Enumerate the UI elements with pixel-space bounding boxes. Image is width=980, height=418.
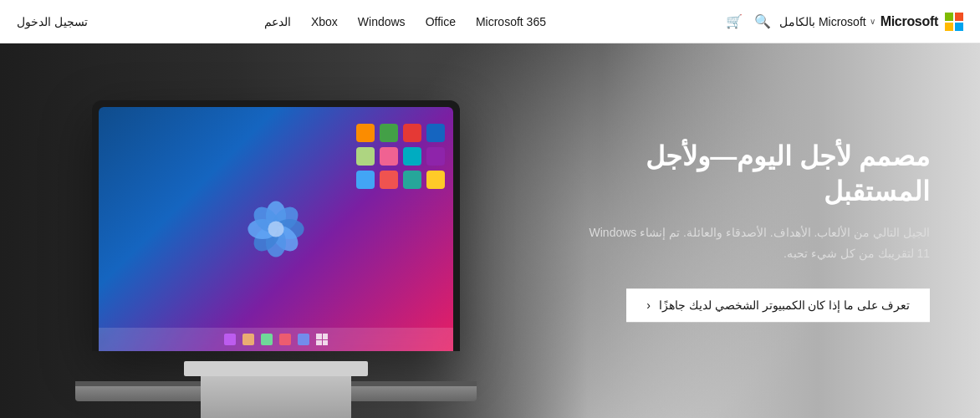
taskbar-icon-5 bbox=[224, 334, 236, 345]
cart-icon: 🛒 bbox=[726, 14, 743, 28]
cta-arrow-icon: ‹ bbox=[646, 298, 651, 312]
app-icon-1 bbox=[426, 124, 445, 142]
logo-grid-icon bbox=[945, 13, 963, 31]
login-link[interactable]: تسجيل الدخول bbox=[17, 15, 88, 28]
nav-item-office[interactable]: Office bbox=[426, 15, 456, 28]
microsoft-all-label: Microsoft بالكامل bbox=[779, 15, 866, 28]
microsoft-logo[interactable]: Microsoft bbox=[880, 13, 963, 31]
windows11-logo-icon bbox=[242, 196, 309, 263]
laptop-screen-bezel bbox=[99, 107, 453, 351]
app-icon-6 bbox=[403, 147, 421, 166]
search-icon: 🔍 bbox=[754, 14, 771, 28]
app-icon-9 bbox=[426, 171, 445, 189]
pedestal-top bbox=[184, 361, 368, 376]
microsoft-all-dropdown[interactable]: ∨ Microsoft بالكامل bbox=[779, 15, 875, 28]
nav-item-xbox[interactable]: Xbox bbox=[311, 15, 338, 28]
nav-item-support[interactable]: الدعم bbox=[264, 15, 291, 28]
nav-item-microsoft365[interactable]: Microsoft 365 bbox=[476, 15, 546, 28]
logo-green bbox=[945, 13, 953, 21]
hero-content: مصمم لأجل اليوم—ولأجل المستقبل الجيل الت… bbox=[579, 140, 930, 322]
header-left: تسجيل الدخول bbox=[17, 15, 88, 28]
app-icon-5 bbox=[426, 147, 445, 166]
nav-item-windows[interactable]: Windows bbox=[358, 15, 406, 28]
app-icon-11 bbox=[380, 171, 398, 189]
header-right: Microsoft ∨ Microsoft بالكامل 🔍 🛒 bbox=[722, 10, 963, 33]
hero-title: مصمم لأجل اليوم—ولأجل المستقبل bbox=[579, 140, 930, 209]
svg-point-8 bbox=[268, 221, 283, 237]
app-icons-grid bbox=[356, 124, 445, 212]
logo-red bbox=[955, 13, 963, 21]
laptop-pedestal bbox=[201, 368, 351, 418]
app-icon-2 bbox=[403, 124, 421, 142]
taskbar-icon-4 bbox=[242, 334, 254, 345]
logo-blue bbox=[955, 23, 963, 31]
header: Microsoft ∨ Microsoft بالكامل 🔍 🛒 الدعم … bbox=[0, 0, 980, 43]
app-icon-4 bbox=[356, 124, 375, 142]
app-icon-8 bbox=[356, 147, 375, 166]
taskbar-icon-2 bbox=[279, 334, 291, 345]
microsoft-text: Microsoft bbox=[880, 14, 938, 29]
taskbar-icon-3 bbox=[261, 334, 273, 345]
cta-label: تعرف على ما إذا كان الكمبيوتر الشخصي لدي… bbox=[659, 298, 910, 312]
app-icon-12 bbox=[356, 171, 375, 189]
main-nav: الدعم Xbox Windows Office Microsoft 365 bbox=[264, 15, 546, 28]
logo-yellow bbox=[945, 23, 953, 31]
start-icon bbox=[316, 334, 328, 345]
chevron-down-icon: ∨ bbox=[870, 17, 875, 26]
cart-button[interactable]: 🛒 bbox=[722, 10, 746, 33]
app-icon-10 bbox=[403, 171, 421, 189]
laptop-screen-outer bbox=[92, 100, 460, 351]
app-icon-3 bbox=[380, 124, 398, 142]
search-button[interactable]: 🔍 bbox=[751, 10, 774, 33]
windows11-desktop bbox=[99, 107, 453, 351]
hero-cta-button[interactable]: تعرف على ما إذا كان الكمبيوتر الشخصي لدي… bbox=[626, 288, 930, 322]
hero-laptop-image bbox=[33, 67, 518, 418]
laptop-visual bbox=[59, 100, 493, 418]
hero-subtitle: الجيل التالي من الألعاب. الأهداف. الأصدق… bbox=[579, 222, 930, 264]
win11-taskbar bbox=[99, 328, 453, 351]
hero-section: مصمم لأجل اليوم—ولأجل المستقبل الجيل الت… bbox=[0, 43, 980, 418]
taskbar-icon-1 bbox=[298, 334, 309, 345]
app-icon-7 bbox=[380, 147, 398, 166]
